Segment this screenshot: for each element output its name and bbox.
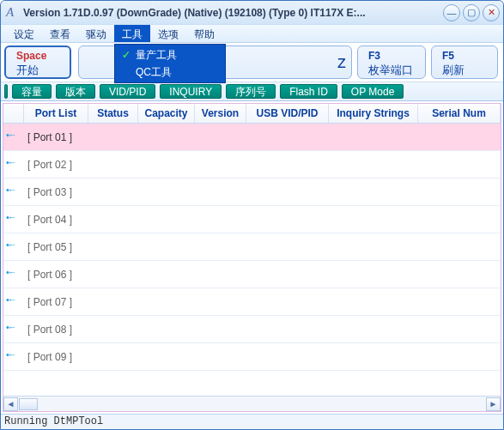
- col-capacity[interactable]: Capacity: [138, 104, 195, 123]
- tab-opmode[interactable]: OP Mode: [342, 84, 404, 99]
- tab-serial[interactable]: 序列号: [226, 84, 276, 99]
- check-icon: ✓: [117, 45, 136, 64]
- table-row[interactable]: [ Port 08 ]: [3, 316, 501, 343]
- title-bar: A Version 1.71D.0.97 (DownGrade) (Native…: [1, 1, 503, 24]
- usb-icon: [3, 353, 24, 361]
- port-cell: [ Port 03 ]: [24, 186, 488, 198]
- tab-vidpid[interactable]: VID/PID: [100, 84, 155, 99]
- port-cell: [ Port 06 ]: [24, 269, 488, 281]
- table-row[interactable]: [ Port 01 ]: [3, 124, 501, 151]
- tab-capacity[interactable]: 容量: [12, 84, 52, 99]
- menu-options[interactable]: 选项: [150, 25, 186, 42]
- table-header: Port List Status Capacity Version USB VI…: [3, 104, 501, 124]
- menu-help[interactable]: 帮助: [186, 25, 222, 42]
- dropdown-item-label: 量产工具: [136, 45, 215, 64]
- action-enum-ports[interactable]: F3 枚举端口: [357, 45, 426, 79]
- col-vidpid[interactable]: USB VID/PID: [246, 104, 329, 123]
- port-cell: [ Port 01 ]: [24, 131, 488, 143]
- menu-settings[interactable]: 设定: [6, 25, 42, 42]
- port-cell: [ Port 08 ]: [24, 324, 488, 336]
- tab-version[interactable]: 版本: [56, 84, 95, 99]
- scroll-right-button[interactable]: ►: [486, 397, 501, 411]
- window-buttons: — ▢ ✕: [443, 4, 500, 21]
- port-cell: [ Port 05 ]: [24, 241, 488, 253]
- usb-icon: [3, 270, 24, 279]
- app-icon: A: [6, 6, 20, 20]
- status-bar: Running DtMPTool: [1, 414, 503, 429]
- menu-bar: 设定 查看 驱动 工具 ✓ 量产工具 QC工具 选项 帮助: [1, 24, 503, 43]
- scroll-thumb[interactable]: [19, 398, 38, 410]
- usb-icon: [3, 133, 24, 142]
- table-body: [ Port 01 ][ Port 02 ][ Port 03 ][ Port …: [3, 124, 501, 396]
- col-icon[interactable]: [3, 104, 24, 123]
- usb-icon: [3, 160, 24, 169]
- maximize-button[interactable]: ▢: [463, 4, 480, 21]
- menu-tools-label: 工具: [122, 28, 143, 40]
- usb-icon: [3, 298, 24, 306]
- action-space[interactable]: Space 开始: [4, 45, 71, 79]
- col-version[interactable]: Version: [195, 104, 246, 123]
- port-cell: [ Port 04 ]: [24, 214, 488, 226]
- dropdown-item-label: QC工具: [136, 63, 215, 82]
- action-f3-label: 枚举端口: [368, 63, 413, 77]
- port-cell: [ Port 09 ]: [24, 351, 488, 363]
- table-row[interactable]: [ Port 05 ]: [3, 233, 501, 261]
- spacer-z-icon: z: [337, 52, 346, 72]
- menu-tools[interactable]: 工具 ✓ 量产工具 QC工具: [114, 25, 150, 42]
- action-refresh[interactable]: F5 刷新: [431, 45, 498, 79]
- menu-view[interactable]: 查看: [42, 25, 78, 42]
- filter-tab-strip: 容量 版本 VID/PID INQUIRY 序列号 Flash ID OP Mo…: [1, 82, 503, 101]
- port-cell: [ Port 07 ]: [24, 296, 488, 308]
- table-row[interactable]: [ Port 04 ]: [3, 206, 501, 233]
- action-f5-label: 刷新: [442, 63, 485, 77]
- dropdown-item-mp[interactable]: ✓ 量产工具: [117, 46, 223, 64]
- action-f3-key: F3: [368, 50, 413, 63]
- port-table: Port List Status Capacity Version USB VI…: [3, 103, 501, 412]
- action-space-label: 开始: [16, 63, 58, 77]
- col-serial[interactable]: Serial Num: [418, 104, 501, 123]
- usb-icon: [3, 215, 24, 224]
- table-row[interactable]: [ Port 09 ]: [3, 343, 501, 371]
- action-f5-key: F5: [442, 50, 485, 63]
- usb-icon: [3, 188, 24, 197]
- table-row[interactable]: [ Port 02 ]: [3, 151, 501, 179]
- close-button[interactable]: ✕: [483, 4, 500, 21]
- window-title: Version 1.71D.0.97 (DownGrade) (Native) …: [23, 7, 443, 19]
- minimize-button[interactable]: —: [443, 4, 460, 21]
- usb-icon: [3, 325, 24, 334]
- table-row[interactable]: [ Port 03 ]: [3, 179, 501, 206]
- tab-flashid[interactable]: Flash ID: [280, 84, 337, 99]
- menu-driver[interactable]: 驱动: [78, 25, 114, 42]
- usb-icon: [3, 243, 24, 251]
- strip-leading: [4, 84, 8, 99]
- horizontal-scrollbar[interactable]: ◄ ►: [3, 396, 501, 411]
- dropdown-item-qc[interactable]: QC工具: [117, 64, 223, 81]
- action-space-key: Space: [16, 50, 58, 63]
- tab-inquiry[interactable]: INQUIRY: [160, 84, 222, 99]
- table-row[interactable]: [ Port 06 ]: [3, 261, 501, 288]
- port-cell: [ Port 02 ]: [24, 159, 488, 171]
- col-portlist[interactable]: Port List: [24, 104, 88, 123]
- col-inquiry[interactable]: Inquiry Strings: [329, 104, 418, 123]
- tools-dropdown: ✓ 量产工具 QC工具: [114, 44, 226, 83]
- col-status[interactable]: Status: [88, 104, 138, 123]
- scroll-left-button[interactable]: ◄: [3, 397, 18, 411]
- action-bar: Space 开始 z F3 枚举端口 F5 刷新: [1, 43, 503, 82]
- table-row[interactable]: [ Port 07 ]: [3, 288, 501, 316]
